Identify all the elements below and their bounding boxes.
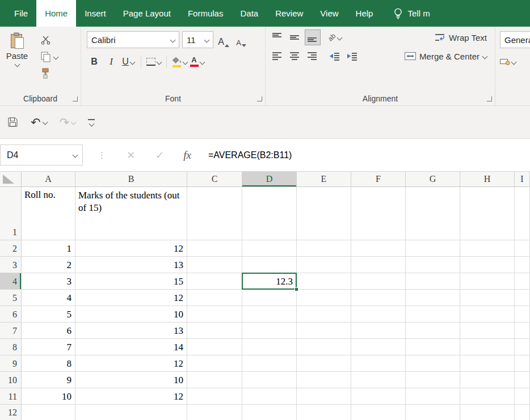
row-header-5[interactable]: 5 [0,290,22,306]
col-header-D[interactable]: D [242,172,297,187]
cell-H5[interactable] [460,290,515,306]
formula-input[interactable]: =AVERAGE(B2:B11) [208,150,292,160]
number-format-select[interactable]: Genera [500,31,530,48]
font-dialog-launcher[interactable] [257,96,262,101]
insert-function-button[interactable]: fx [183,149,191,162]
row-header-10[interactable]: 10 [0,372,22,388]
cancel-button[interactable]: ✕ [127,149,135,162]
tab-file[interactable]: File [6,0,36,27]
cell-B8[interactable]: 14 [75,339,187,355]
row-header-4[interactable]: 4 [0,273,22,290]
cell-A2[interactable]: 1 [22,240,75,257]
format-painter-button[interactable] [41,67,58,79]
cell-E11[interactable] [297,388,351,405]
merge-center-button[interactable]: Merge & Center [405,52,487,61]
paste-button[interactable]: Paste [0,27,34,92]
cell-I3[interactable] [515,257,530,273]
tab-help[interactable]: Help [347,0,382,27]
cell-B3[interactable]: 13 [75,257,187,273]
accounting-format-button[interactable] [500,54,516,69]
cell-F5[interactable] [351,290,406,306]
cell-A1[interactable]: Roll no. [22,187,75,240]
col-header-H[interactable]: H [460,172,515,187]
cell-G5[interactable] [406,290,460,306]
cell-I9[interactable] [515,355,530,372]
cell-C1[interactable] [187,187,242,240]
cell-D5[interactable] [242,290,297,306]
cell-D6[interactable] [242,306,297,323]
row-header-8[interactable]: 8 [0,339,22,355]
cell-F2[interactable] [351,240,406,257]
cell-H10[interactable] [460,372,515,388]
cell-G1[interactable] [406,187,460,240]
tab-insert[interactable]: Insert [76,0,115,27]
col-header-C[interactable]: C [187,172,242,187]
cell-E7[interactable] [297,323,351,339]
bottom-align-button[interactable] [305,30,320,45]
cell-I11[interactable] [515,388,530,405]
col-header-F[interactable]: F [351,172,406,187]
cell-B10[interactable]: 10 [75,372,187,388]
col-header-B[interactable]: B [75,172,187,187]
decrease-indent-button[interactable] [327,49,342,63]
name-box[interactable]: D4 [0,145,83,166]
cell-E12[interactable] [297,405,351,420]
cell-F11[interactable] [351,388,406,405]
cell-I10[interactable] [515,372,530,388]
cell-C9[interactable] [187,355,242,372]
alignment-dialog-launcher[interactable] [487,96,492,101]
cell-C7[interactable] [187,323,242,339]
row-header-11[interactable]: 11 [0,388,22,405]
cell-E5[interactable] [297,290,351,306]
cell-F9[interactable] [351,355,406,372]
redo-button[interactable]: ↷ [60,116,76,129]
cell-I1[interactable] [515,187,530,240]
cell-H12[interactable] [460,405,515,420]
cell-D10[interactable] [242,372,297,388]
cell-F7[interactable] [351,323,406,339]
increase-indent-button[interactable] [345,49,360,63]
cell-G9[interactable] [406,355,460,372]
cell-G12[interactable] [406,405,460,420]
col-header-G[interactable]: G [406,172,460,187]
borders-chevron[interactable] [157,59,162,65]
increase-font-size-button[interactable]: A [216,32,231,47]
italic-button[interactable]: I [104,54,119,69]
copy-dropdown-chevron[interactable] [53,54,59,60]
row-header-12[interactable]: 12 [0,405,22,420]
cell-F6[interactable] [351,306,406,323]
cell-I8[interactable] [515,339,530,355]
cell-I4[interactable] [515,273,530,290]
cell-C4[interactable] [187,273,242,290]
paste-dropdown-chevron[interactable] [14,62,20,67]
cell-G6[interactable] [406,306,460,323]
cell-D12[interactable] [242,405,297,420]
cell-B9[interactable]: 12 [75,355,187,372]
col-header-I[interactable]: I [515,172,530,187]
col-header-A[interactable]: A [22,172,75,187]
cell-A12[interactable] [22,405,75,420]
row-header-7[interactable]: 7 [0,323,22,339]
cell-E10[interactable] [297,372,351,388]
cell-G3[interactable] [406,257,460,273]
formula-bar-grip[interactable]: ⋮ [98,150,106,160]
cell-H8[interactable] [460,339,515,355]
cell-F8[interactable] [351,339,406,355]
underline-chevron[interactable] [129,59,135,65]
tell-me-button[interactable]: Tell m [394,0,430,27]
tab-review[interactable]: Review [267,0,312,27]
cell-G11[interactable] [406,388,460,405]
cell-B1[interactable]: Marks of the students (out of 15) [75,187,187,240]
decrease-font-size-button[interactable]: A [234,32,249,47]
cell-F1[interactable] [351,187,406,240]
cell-I5[interactable] [515,290,530,306]
tab-page-layout[interactable]: Page Layout [115,0,179,27]
cell-E8[interactable] [297,339,351,355]
cell-D1[interactable] [242,187,297,240]
cell-E9[interactable] [297,355,351,372]
middle-align-button[interactable] [288,30,302,45]
cell-D7[interactable] [242,323,297,339]
row-header-1[interactable]: 1 [0,187,22,240]
fill-handle[interactable] [295,287,298,291]
cell-A10[interactable]: 9 [22,372,75,388]
